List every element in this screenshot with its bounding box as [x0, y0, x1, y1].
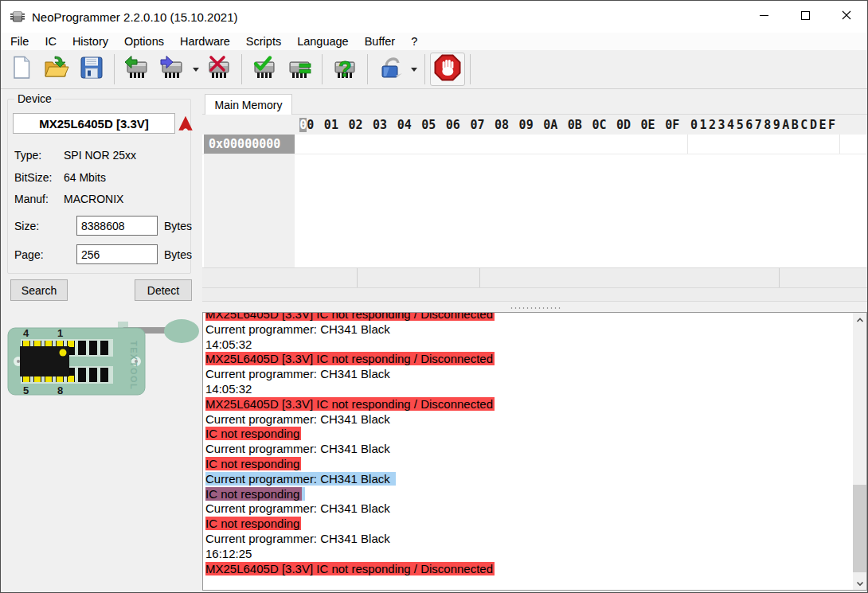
write-ic-button-dropdown[interactable] — [190, 53, 201, 86]
tab-main-memory[interactable]: Main Memory — [205, 94, 292, 115]
dropdown-arrow-icon — [411, 68, 417, 72]
stop-icon — [433, 53, 462, 85]
pdf-datasheet-icon[interactable] — [178, 115, 194, 131]
hex-row-address[interactable]: 0x00000000 — [204, 135, 295, 154]
hex-row[interactable]: 0x00000000 — [202, 135, 867, 154]
menu-item-buffer[interactable]: Buffer — [357, 33, 403, 49]
log-line[interactable]: Current programmer: CH341 Black — [205, 532, 850, 547]
compare-ic-button[interactable] — [282, 53, 317, 86]
new-buffer-button[interactable] — [4, 53, 39, 86]
log-line[interactable]: IC not responding — [205, 517, 850, 532]
scroll-down-button[interactable] — [853, 576, 866, 590]
ascii-column-header: 0123456789ABCDEF — [690, 115, 838, 135]
hex-col-header-0E: 0E — [635, 118, 660, 132]
log-line[interactable]: IC not responding — [205, 487, 850, 502]
hex-column-headers: 000102030405060708090A0B0C0D0E0F — [295, 115, 685, 135]
size-input[interactable] — [76, 216, 158, 236]
log-line[interactable]: MX25L6405D [3.3V] IC not responding / Di… — [205, 397, 850, 412]
log-line[interactable]: MX25L6405D [3.3V] IC not responding / Di… — [205, 562, 850, 577]
read-ic-button[interactable] — [119, 53, 154, 86]
search-button[interactable]: Search — [10, 279, 68, 301]
ascii-separator — [687, 135, 688, 154]
menu-item-ic[interactable]: IC — [37, 33, 65, 49]
log-line[interactable]: IC not responding — [205, 427, 850, 442]
scroll-up-button[interactable] — [853, 313, 866, 326]
log-splitter[interactable] — [202, 302, 867, 312]
status-separator — [357, 268, 358, 287]
menu-item-scripts[interactable]: Scripts — [238, 33, 289, 49]
device-manuf-row: Manuf: MACRONIX — [14, 193, 186, 207]
log-panel: MX25L6405D [3.3V] IC not responding / Di… — [202, 312, 867, 591]
zif-socket-illustration: 4 1 5 8 TEXTOOL — [6, 318, 199, 397]
unlock-button[interactable] — [373, 53, 408, 86]
page-input[interactable] — [76, 244, 158, 264]
detect-button[interactable]: Detect — [135, 279, 192, 301]
log-line[interactable]: Current programmer: CH341 Black — [205, 472, 850, 487]
menu-item-file[interactable]: File — [2, 33, 37, 49]
menu-item-help[interactable]: ? — [403, 33, 425, 49]
dropdown-arrow-icon — [193, 68, 199, 72]
scrollbar-thumb[interactable] — [853, 485, 866, 572]
device-bitsize-row: BitSize: 64 Mbits — [14, 171, 186, 185]
pin-one-marker — [60, 349, 67, 357]
title-bar: NeoProgrammer 2.2.0.10 (15.10.2021) — [1, 1, 867, 33]
toolbar-separator — [424, 54, 425, 84]
menu-item-hardware[interactable]: Hardware — [172, 33, 238, 49]
hex-col-header-04: 04 — [392, 118, 416, 132]
open-file-button[interactable] — [39, 53, 74, 86]
log-line[interactable]: Current programmer: CH341 Black — [205, 367, 850, 382]
log-line[interactable]: 14:05:32 — [205, 337, 850, 353]
identify-ic-button[interactable]: ? — [327, 53, 362, 86]
hex-col-header-07: 07 — [465, 118, 490, 132]
log-line[interactable]: Current programmer: CH341 Black — [205, 412, 850, 427]
log-line[interactable]: IC not responding — [205, 457, 850, 472]
minimize-button[interactable] — [743, 1, 784, 33]
device-groupbox-legend: Device — [14, 92, 55, 105]
log-line[interactable]: 16:12:25 — [205, 547, 850, 562]
window-controls — [743, 1, 867, 33]
app-window: NeoProgrammer 2.2.0.10 (15.10.2021) File… — [0, 0, 868, 593]
menu-item-options[interactable]: Options — [116, 33, 172, 49]
hex-cursor: 0 — [299, 118, 307, 132]
menu-item-language[interactable]: Language — [289, 33, 357, 49]
hex-col-header-0A: 0A — [538, 118, 563, 132]
log-line[interactable]: Current programmer: CH341 Black — [205, 442, 850, 457]
selected-chip-name[interactable]: MX25L6405D [3.3V] — [13, 113, 175, 134]
toolbar-separator — [241, 54, 242, 84]
address-gutter — [204, 154, 295, 267]
write-ic-button[interactable] — [154, 53, 190, 86]
log-line[interactable]: Current programmer: CH341 Black — [205, 322, 850, 337]
unlock-button-dropdown[interactable] — [408, 53, 420, 86]
log-line[interactable]: Current programmer: CH341 Black — [205, 501, 850, 517]
stop-button[interactable] — [430, 53, 465, 86]
device-type-value: SPI NOR 25xx — [64, 149, 136, 162]
chevron-up-icon — [855, 315, 865, 325]
log-scrollbar[interactable] — [853, 313, 866, 590]
hex-editor: 000102030405060708090A0B0C0D0E0F 0123456… — [202, 115, 867, 267]
chevron-down-icon — [855, 579, 865, 588]
erase-ic-button[interactable] — [201, 53, 237, 86]
status-bar — [202, 267, 867, 288]
close-button[interactable] — [826, 1, 867, 33]
log-line[interactable]: MX25L6405D [3.3V] IC not responding / Di… — [205, 352, 850, 367]
toolbar-separator — [114, 54, 115, 84]
device-page-row: Page: Bytes — [14, 244, 190, 264]
maximize-button[interactable] — [784, 1, 826, 33]
hex-col-header-0B: 0B — [563, 118, 588, 132]
open-folder-icon — [43, 55, 70, 84]
status-separator — [779, 268, 780, 287]
hex-col-header-06: 06 — [441, 118, 466, 132]
chip-identify-icon: ? — [331, 55, 358, 84]
save-file-button[interactable] — [74, 53, 109, 86]
hex-col-header-03: 03 — [368, 118, 393, 132]
unlock-icon — [377, 54, 404, 84]
hex-col-header-0F: 0F — [660, 118, 685, 132]
device-panel: Device MX25L6405D [3.3V] Type: SPI NOR 2… — [1, 89, 202, 592]
pin-label-5: 5 — [23, 384, 29, 396]
verify-ic-button[interactable] — [247, 53, 282, 86]
menu-item-history[interactable]: History — [65, 33, 116, 49]
log-line[interactable]: MX25L6405D [3.3V] IC not responding / Di… — [205, 312, 850, 322]
device-manuf-label: Manuf: — [14, 193, 49, 205]
log-line[interactable]: 14:05:32 — [205, 382, 850, 397]
hex-col-header-02: 02 — [343, 118, 368, 132]
